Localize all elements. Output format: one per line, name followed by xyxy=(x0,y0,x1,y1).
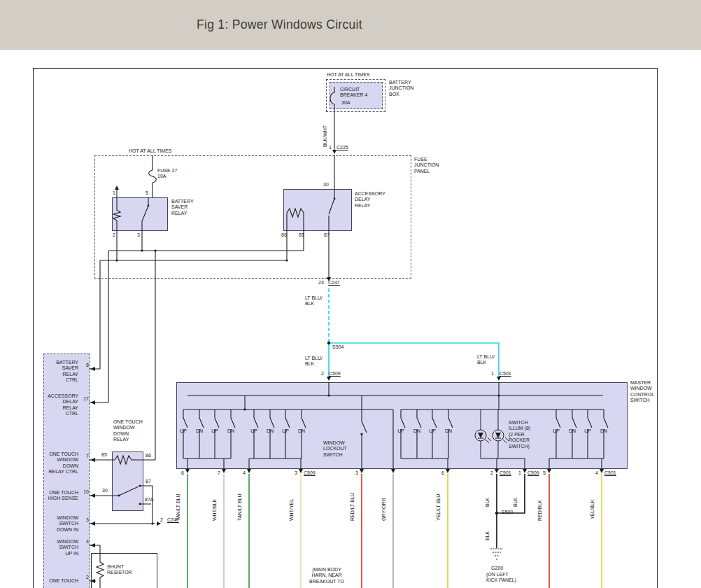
out-pin-5: 5 xyxy=(540,470,546,476)
wire-label-lt-blu-blk-right: LT BLU/ BLK xyxy=(477,354,495,366)
out-pin-1: 1 xyxy=(516,470,521,476)
out-pin-3a: 3 xyxy=(292,470,297,476)
battery-saver-relay-ctrl-label: BATTERY SAVER RELAY CTRL xyxy=(38,360,78,384)
switch-dn-label: DN xyxy=(568,428,576,434)
c501-connector-link[interactable]: C501 xyxy=(500,371,511,377)
adr-pin-86: 86 xyxy=(281,232,287,238)
c501-bottom-link[interactable]: C501 xyxy=(500,470,511,476)
out-pin-6: 6 xyxy=(178,470,184,476)
title-bar: Fig 1: Power Windows Circuit xyxy=(0,0,701,50)
window-switch-down-in-label: WINDOW SWITCH DOWN IN xyxy=(38,515,78,533)
switch-up-label: UP xyxy=(250,428,258,434)
wire-label-red-blk: RED/BLK xyxy=(537,500,542,521)
switch-dn-label: DN xyxy=(266,428,274,434)
otr-pin-87: 87 xyxy=(146,479,151,484)
master-window-switch-box xyxy=(176,382,628,469)
left-pin-7: 7 xyxy=(82,454,89,459)
figure-title: Fig 1: Power Windows Circuit xyxy=(197,18,362,32)
c509-bottom-link-2[interactable]: C509 xyxy=(527,470,539,476)
switch-illum-label: SWITCH ILLUM (8) (2 PER ROCKER SWITCH) xyxy=(509,420,530,449)
left-pin-17: 17 xyxy=(80,396,89,402)
one-touch-relay-box xyxy=(112,451,143,511)
switch-dn-label: DN xyxy=(600,428,608,434)
left-pin-4: 4 xyxy=(82,539,89,545)
battery-junction-box-label: BATTERY JUNCTION BOX xyxy=(389,80,413,97)
adr-pin-30: 30 xyxy=(323,182,329,188)
accessory-delay-relay-label: ACCESSORY DELAY RELAY xyxy=(355,191,385,209)
otr-pin-30: 30 xyxy=(102,488,108,493)
window-switch-up-in-label: WINDOW SWITCH UP IN xyxy=(38,539,78,556)
bsr-pin-2: 2 xyxy=(113,232,115,238)
bsr-pin-3: 3 xyxy=(137,232,140,238)
splice-s504-label: S504 xyxy=(332,344,344,350)
ground-g200-label: G200 xyxy=(491,566,503,571)
harness-note: (MAIN BODY HARN, NEAR BREAKOUT TO xyxy=(302,567,351,584)
wire-label-wht-yel: WHT/YEL xyxy=(289,499,294,521)
one-touch-window-down-relay-ctrl-label: ONE TOUCH WINDOW DOWN RELAY CTRL xyxy=(38,451,78,475)
out-pin-6b: 6 xyxy=(439,470,444,476)
shunt-resistor-label: SHUNT RESISTOR xyxy=(107,564,132,576)
wire-label-red-lt-blu: RED/LT BLU xyxy=(350,493,355,521)
switch-up-label: UP xyxy=(211,428,219,434)
switch-dn-label: DN xyxy=(195,428,204,434)
c501-pin-1: 1 xyxy=(491,371,494,377)
ground-location-label: (ON LEFT KICK PANEL) xyxy=(486,572,516,584)
one-touch-label: ONE TOUCH xyxy=(38,578,78,584)
c247-pin-23: 23 xyxy=(318,280,324,286)
c509-bottom-link[interactable]: C509 xyxy=(304,470,316,476)
wire-label-yel-blk: YEL/BLK xyxy=(590,500,595,519)
splice-s500-label: S500 xyxy=(502,510,513,515)
hot-at-all-times-fjp: HOT AT ALL TIMES xyxy=(129,148,171,154)
left-pin-3: 3 xyxy=(82,517,89,523)
accessory-delay-relay-ctrl-label: ACCESSORY DELAY RELAY CTRL xyxy=(38,393,78,417)
otr-pin-86: 86 xyxy=(146,453,151,458)
c247-connector-link[interactable]: C247 xyxy=(328,280,340,286)
c509-connector-link[interactable]: C509 xyxy=(329,371,341,377)
hot-at-all-times-top: HOT AT ALL TIMES xyxy=(327,72,369,78)
switch-dn-label: DN xyxy=(444,428,453,434)
wire-label-lt-blu-blk-left: LT BLU/ BLK xyxy=(305,356,323,368)
out-pin-3b: 3 xyxy=(353,470,358,476)
one-touch-high-sense-label: ONE TOUCH HIGH SENSE xyxy=(38,490,78,502)
left-pin-2: 2 xyxy=(82,575,89,580)
adr-pin-87: 87 xyxy=(324,232,330,238)
switch-up-label: UP xyxy=(583,428,592,434)
out-pin-2: 2 xyxy=(488,470,493,476)
out-pin-4: 4 xyxy=(240,470,246,476)
wire-label-yel-lt-blu: YEL/LT BLU xyxy=(436,494,441,521)
battery-saver-relay-box xyxy=(112,197,168,231)
switch-up-label: UP xyxy=(397,428,405,434)
wire-label-lt-blu-blk-upper: LT BLU/ BLK xyxy=(305,295,323,307)
accessory-delay-relay-box xyxy=(283,189,352,231)
switch-up-label: UP xyxy=(281,428,290,434)
wire-label-blk-2: BLK xyxy=(513,498,518,507)
out-pin-4b: 4 xyxy=(593,470,598,476)
fuse-label: FUSE 27 10A xyxy=(157,168,177,180)
fuse-junction-panel-label: FUSE JUNCTION PANEL xyxy=(414,157,439,174)
out-pin-7: 7 xyxy=(215,470,220,476)
c225-connector-link[interactable]: C225 xyxy=(337,145,348,150)
c509-pin-2: 2 xyxy=(321,371,324,377)
c501-bottom-link-2[interactable]: C501 xyxy=(604,470,616,476)
left-pin-8: 8 xyxy=(82,363,89,368)
wire-label-tan-lt-blu-2: TAN/LT BLU xyxy=(237,493,242,521)
switch-up-label: UP xyxy=(428,428,437,434)
switch-up-label: UP xyxy=(179,428,187,434)
wire-label-wht-blk: WHT/BLK xyxy=(212,499,217,521)
left-pin-10: 10 xyxy=(80,489,89,495)
c247-pin-2: 2 xyxy=(160,517,163,523)
master-switch-label: MASTER WINDOW CONTROL SWITCH xyxy=(630,380,654,404)
otr-pin-87a: 87A xyxy=(145,497,153,503)
bsr-pin-5: 5 xyxy=(146,190,148,196)
window-lockout-switch-label: WINDOW LOCKOUT SWITCH xyxy=(323,440,347,458)
wire-label-gry-org: GRY/ORG xyxy=(381,498,386,521)
otr-pin-85: 85 xyxy=(101,452,107,458)
c247-connector-link-2[interactable]: C247 xyxy=(167,517,179,523)
switch-dn-label: DN xyxy=(413,428,421,434)
figure-page: Fig 1: Power Windows Circuit xyxy=(0,0,701,588)
adr-pin-85: 85 xyxy=(299,232,304,238)
breaker-rating: 30A xyxy=(341,100,350,106)
wire-label-blk-ground: BLK xyxy=(485,531,490,540)
one-touch-relay-label: ONE TOUCH WINDOW DOWN RELAY xyxy=(113,419,143,443)
bsr-pin-1: 1 xyxy=(113,190,115,196)
